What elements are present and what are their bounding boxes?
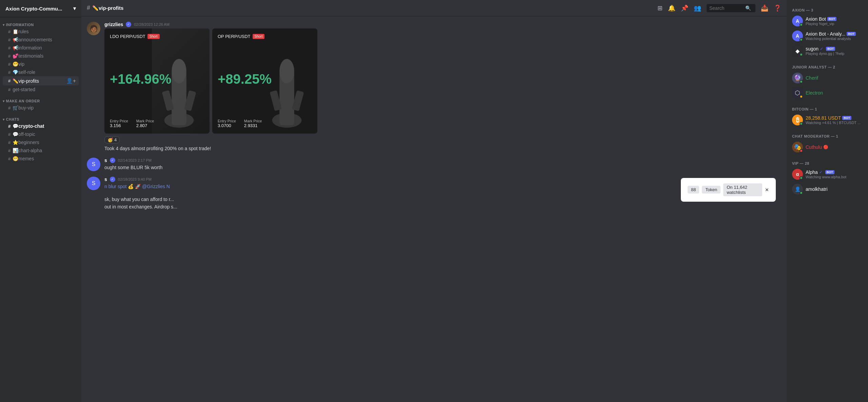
- bot-badge-3: BOT: [826, 47, 835, 51]
- inbox-icon[interactable]: 📥: [761, 4, 768, 12]
- message-group-partial-2: S s ✓ 02/18/2023 9:40 PM n blur spot 💰 🚀…: [87, 177, 781, 190]
- member-axion-bot-analy[interactable]: A Axion Bot - Analy... BOT Watching pote…: [789, 28, 865, 43]
- member-info-cuthulu: Cuthulu 🔴: [806, 144, 863, 150]
- search-box[interactable]: 🔍: [707, 4, 755, 12]
- category-information[interactable]: ▾ INFORMATION: [0, 17, 81, 27]
- channel-name: ✏️vip-profits: [13, 78, 39, 84]
- channel-vip-profits[interactable]: # ✏️vip-profits 👤+: [3, 76, 79, 85]
- trade-percentage: +164.96%: [110, 72, 204, 87]
- member-name-row-cuthulu: Cuthulu 🔴: [806, 144, 863, 150]
- trade-percentage-2: +89.25%: [218, 72, 312, 87]
- main-content: # ✏️vip-profits ⊞ 🔔 📌 👥 🔍 📥 ❓ 🧑🏾 gri: [81, 0, 787, 402]
- channel-chart-alpha[interactable]: # 📊chart-alpha: [3, 146, 79, 155]
- avatar-cuthulu: 🎭: [792, 142, 803, 153]
- member-axion-bot[interactable]: A Axion Bot BOT Playing %get_vip: [789, 14, 865, 28]
- bell-icon[interactable]: 🔔: [668, 4, 675, 12]
- avatar-alpha: α: [792, 169, 803, 180]
- timestamp-partial-1: 02/14/2023 2:17 PM: [118, 158, 152, 162]
- members-icon[interactable]: 👥: [694, 4, 701, 12]
- member-cherif[interactable]: 🔮 Cherif: [789, 71, 865, 85]
- member-alpha[interactable]: α Alpha ✓ BOT Watching www.alpha.bot: [789, 167, 865, 182]
- username-partial-1: s: [104, 158, 107, 163]
- timestamp-partial-2: 02/18/2023 9:40 PM: [118, 177, 152, 181]
- channel-name: 📋rules: [13, 29, 28, 34]
- member-info-alpha: Alpha ✓ BOT Watching www.alpha.bot: [806, 169, 863, 179]
- member-bitcoin-bot[interactable]: ₿ 28,258.81 USDT BOT Watching +4.61 % | …: [789, 113, 865, 127]
- check-badge: ✓: [820, 46, 823, 51]
- member-amolkhatri[interactable]: 👤 amolkhatri: [789, 182, 865, 197]
- hash-icon: #: [8, 105, 11, 110]
- reaction-area: 🥳 4: [104, 136, 781, 143]
- status-dot-electron: [800, 95, 803, 98]
- entry-label: Entry Price: [110, 119, 128, 123]
- trade-pair: LDO PERP/USDT: [110, 34, 145, 39]
- category-make-an-order[interactable]: ▾ MAKE AN ORDER: [0, 94, 81, 104]
- mark-price: Mark Price 2.807: [136, 119, 154, 128]
- avatar-amolkhatri: 👤: [792, 184, 803, 195]
- reaction-button[interactable]: 🥳 4: [104, 136, 120, 143]
- search-input[interactable]: [709, 5, 743, 11]
- entry-price: Entry Price 3.156: [110, 119, 128, 128]
- avatar-partial-2: S: [87, 177, 100, 190]
- popup-watchlist-count-tag[interactable]: 88: [688, 186, 699, 194]
- channel-hash-icon: #: [87, 4, 90, 12]
- category-label: CHATS: [6, 117, 20, 121]
- avatar-bitcoin-bot: ₿: [792, 115, 803, 125]
- bot-badge-2: BOT: [847, 32, 856, 36]
- channel-off-topic[interactable]: # 💬off-topic: [3, 130, 79, 138]
- member-status-sugon: Playing dyno.gg | ?help: [806, 52, 863, 56]
- member-info-sugon: sugon ✓ BOT Playing dyno.gg | ?help: [806, 46, 863, 56]
- help-icon[interactable]: ❓: [774, 4, 781, 12]
- member-electron[interactable]: ⬡ Electron: [789, 85, 865, 100]
- member-info-axion-bot: Axion Bot BOT Playing %get_vip: [806, 16, 863, 26]
- message-text-partial-1: ought some BLUR 5k worth: [104, 164, 781, 171]
- trade-pair-row-2: OP PERP/USDT Short: [218, 34, 312, 39]
- channel-sidebar: Axion Crypto-Commu... ▾ ▾ INFORMATION # …: [0, 0, 81, 402]
- popup-watchlist-tag[interactable]: On 11,642 watchlists: [723, 183, 762, 196]
- category-chats[interactable]: ▾ CHATS: [0, 112, 81, 122]
- popup-token-tag[interactable]: Token: [702, 186, 721, 194]
- channels-icon[interactable]: ⊞: [657, 4, 663, 12]
- member-sugon[interactable]: ◆ sugon ✓ BOT Playing dyno.gg | ?help: [789, 43, 865, 58]
- channel-name: 🛒buy-vip: [13, 105, 34, 110]
- status-dot-online: [800, 23, 803, 26]
- partial-messages-area: S s ✓ 02/14/2023 2:17 PM ought some BLUR…: [87, 158, 781, 211]
- pin-icon[interactable]: 📌: [681, 4, 688, 12]
- top-bar-actions: ⊞ 🔔 📌 👥 🔍 📥 ❓: [657, 4, 781, 12]
- member-cuthulu[interactable]: 🎭 Cuthulu 🔴: [789, 140, 865, 155]
- channel-announcements[interactable]: # 📢announcements: [3, 36, 79, 44]
- member-info-electron: Electron: [806, 90, 863, 96]
- hash-icon: #: [8, 37, 11, 42]
- channel-beginners[interactable]: # ⭐beginners: [3, 138, 79, 146]
- popup-close-icon[interactable]: ✕: [765, 187, 769, 193]
- hash-icon: #: [8, 124, 11, 129]
- hash-icon: #: [8, 62, 11, 67]
- channel-testimonials[interactable]: # 💕testimonials: [3, 52, 79, 60]
- hash-icon: #: [8, 29, 11, 34]
- channel-crypto-chat[interactable]: # 💬crypto-chat: [3, 122, 79, 130]
- add-member-icon[interactable]: 👤+: [66, 78, 76, 84]
- channel-self-role[interactable]: # 💎self-role: [3, 68, 79, 76]
- channel-buy-vip[interactable]: # 🛒buy-vip: [3, 104, 79, 112]
- member-status-axion-bot: Playing %get_vip: [806, 22, 863, 26]
- entry-price-2: Entry Price 3.0700: [218, 119, 236, 128]
- message-header: grizzlies ✓ 02/28/2023 12:26 AM: [104, 22, 781, 27]
- dnd-icon: 🔴: [823, 145, 828, 149]
- member-name-bitcoin: 28,258.81 USDT: [806, 115, 841, 121]
- channel-rules[interactable]: # 📋rules: [3, 27, 79, 36]
- message-timestamp: 02/28/2023 12:26 AM: [134, 22, 170, 26]
- member-name-cuthulu: Cuthulu: [806, 144, 822, 150]
- member-name-row-2: Axion Bot - Analy... BOT: [806, 31, 863, 37]
- member-name-cherif: Cherif: [806, 75, 818, 81]
- channel-information[interactable]: # 📢information: [3, 44, 79, 52]
- channel-memes[interactable]: # 😁memes: [3, 155, 79, 163]
- member-status-alpha: Watching www.alpha.bot: [806, 175, 863, 179]
- server-header[interactable]: Axion Crypto-Commu... ▾: [0, 0, 81, 17]
- member-status-bitcoin: Watching +4.61 % | BTCUSDT ...: [806, 121, 863, 125]
- status-dot-online-2: [800, 38, 803, 41]
- bot-badge: BOT: [827, 17, 836, 21]
- channel-vip[interactable]: # 😁vip: [3, 60, 79, 68]
- channel-get-started[interactable]: # get-started: [3, 85, 79, 94]
- message-caption: Took 4 days almost profiting 200% on a s…: [104, 145, 781, 152]
- section-vip: VIP — 28: [789, 159, 865, 167]
